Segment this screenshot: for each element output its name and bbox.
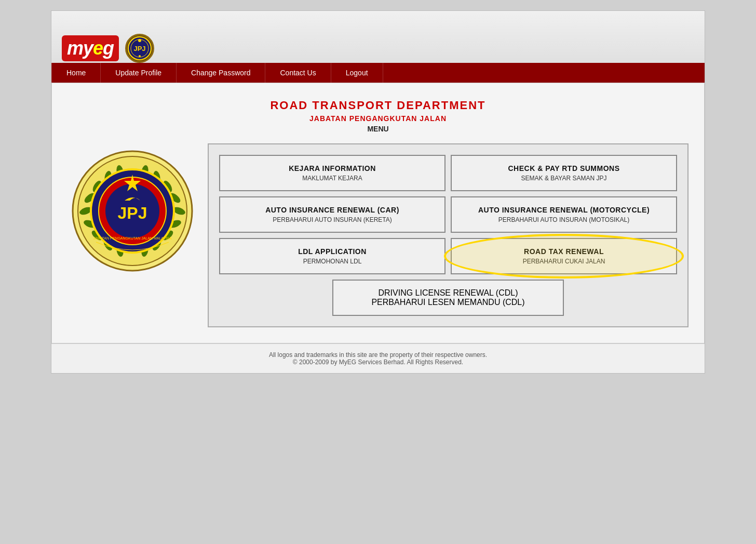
jpj-logo-large: JPJ JABATAN PENGANGKUTAN JALAN MALAYSIA	[68, 143, 197, 278]
menu-auto-car[interactable]: AUTO INSURANCE RENEWAL (CAR) PERBAHARUI …	[219, 196, 446, 233]
footer-line1: All logos and trademarks in this site ar…	[59, 351, 697, 359]
content-area: ROAD TRANSPORT DEPARTMENT JABATAN PENGAN…	[51, 83, 705, 343]
bottom-row: DRIVING LICENSE RENEWAL (CDL) PERBAHARUI…	[219, 280, 677, 316]
menu-kejara[interactable]: KEJARA INFORMATION MAKLUMAT KEJARA	[219, 155, 446, 191]
svg-point-3	[138, 39, 141, 42]
header: myeg JPJ	[51, 11, 705, 63]
nav-change-password[interactable]: Change Password	[177, 63, 265, 83]
menu-auto-motorcycle[interactable]: AUTO INSURANCE RENEWAL (MOTORCYCLE) PERB…	[451, 196, 677, 233]
myeg-logo: myeg JPJ	[62, 34, 154, 63]
footer: All logos and trademarks in this site ar…	[51, 343, 705, 373]
menu-label: MENU	[68, 125, 688, 133]
myeg-brand-text: myeg	[62, 35, 119, 61]
nav-contact-us[interactable]: Contact Us	[265, 63, 331, 83]
svg-text:JPJ: JPJ	[133, 45, 145, 52]
nav-logout[interactable]: Logout	[331, 63, 383, 83]
menu-cdl[interactable]: DRIVING LICENSE RENEWAL (CDL) PERBAHARUI…	[332, 280, 564, 316]
svg-point-4	[139, 55, 141, 57]
menu-container: KEJARA INFORMATION MAKLUMAT KEJARA CHECK…	[208, 143, 688, 327]
navbar: Home Update Profile Change Password Cont…	[51, 63, 705, 83]
menu-ldl[interactable]: LDL APPLICATION PERMOHONAN LDL	[219, 238, 446, 274]
dept-title: ROAD TRANSPORT DEPARTMENT JABATAN PENGAN…	[68, 94, 688, 133]
nav-home[interactable]: Home	[51, 63, 101, 83]
menu-road-tax[interactable]: ROAD TAX RENEWAL PERBAHARUI CUKAI JALAN	[451, 238, 677, 274]
svg-text:JPJ: JPJ	[118, 204, 147, 222]
dept-sub-title: JABATAN PENGANGKUTAN JALAN	[68, 114, 688, 123]
menu-grid: KEJARA INFORMATION MAKLUMAT KEJARA CHECK…	[219, 155, 677, 274]
highlight-oval	[444, 234, 684, 278]
nav-update-profile[interactable]: Update Profile	[101, 63, 177, 83]
main-layout: JPJ JABATAN PENGANGKUTAN JALAN MALAYSIA …	[68, 143, 688, 327]
menu-summons[interactable]: CHECK & PAY RTD SUMMONS SEMAK & BAYAR SA…	[451, 155, 677, 191]
svg-text:JABATAN PENGANGKUTAN JALAN MAL: JABATAN PENGANGKUTAN JALAN MALAYSIA	[93, 236, 172, 240]
footer-line2: © 2000-2009 by MyEG Services Berhad. All…	[59, 359, 697, 366]
jpj-emblem-small: JPJ	[125, 34, 154, 63]
dept-main-title: ROAD TRANSPORT DEPARTMENT	[68, 99, 688, 112]
